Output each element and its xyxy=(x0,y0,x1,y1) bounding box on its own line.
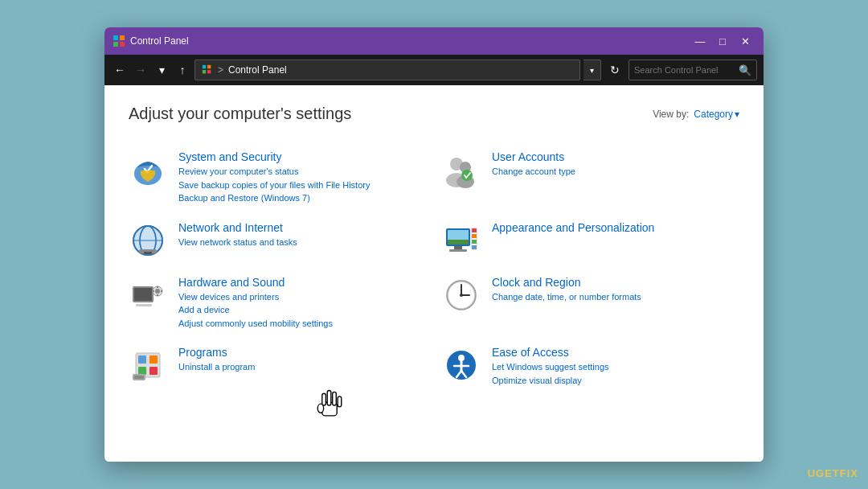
appearance-name[interactable]: Appearance and Personalization xyxy=(492,221,739,234)
svg-rect-5 xyxy=(207,65,211,68)
network-icon xyxy=(129,221,167,260)
back-button[interactable]: ← xyxy=(111,61,129,79)
svg-rect-2 xyxy=(113,42,118,47)
system-security-text: System and Security Review your computer… xyxy=(178,150,426,205)
svg-rect-1 xyxy=(120,35,125,40)
svg-rect-7 xyxy=(207,70,211,73)
close-button[interactable]: ✕ xyxy=(735,33,755,49)
user-accounts-link-1[interactable]: Change account type xyxy=(492,165,739,179)
window-icon xyxy=(113,35,125,47)
minimize-button[interactable]: — xyxy=(690,33,710,49)
svg-rect-21 xyxy=(144,252,152,254)
svg-rect-24 xyxy=(448,240,469,244)
user-accounts-icon xyxy=(442,150,481,189)
clock-link-1[interactable]: Change date, time, or number formats xyxy=(492,290,739,304)
user-accounts-text: User Accounts Change account type xyxy=(492,150,739,179)
hardware-icon xyxy=(129,276,167,314)
svg-rect-27 xyxy=(472,228,477,232)
search-input[interactable] xyxy=(634,65,735,75)
watermark-text2: FIX xyxy=(840,467,858,479)
svg-rect-51 xyxy=(149,367,158,375)
category-programs: Programs Uninstall a program xyxy=(129,338,426,395)
svg-rect-50 xyxy=(138,367,146,375)
watermark: UGETFIX xyxy=(808,467,858,479)
address-bar: ← → ▾ ↑ > Control Panel ▾ ↻ 🔍 xyxy=(104,55,764,85)
hardware-link-2[interactable]: Add a device xyxy=(178,303,426,317)
appearance-icon xyxy=(442,221,481,260)
ease-icon xyxy=(442,346,481,384)
svg-rect-0 xyxy=(113,35,118,40)
view-by-label: View by: xyxy=(653,109,689,120)
address-field: > Control Panel xyxy=(194,60,580,80)
content-header: Adjust your computer's settings View by:… xyxy=(129,105,739,123)
appearance-text: Appearance and Personalization xyxy=(492,221,739,236)
category-user-accounts: User Accounts Change account type xyxy=(442,142,739,213)
svg-rect-25 xyxy=(454,246,462,249)
network-name[interactable]: Network and Internet xyxy=(178,221,426,234)
title-bar: Control Panel — □ ✕ xyxy=(104,27,764,55)
hardware-name[interactable]: Hardware and Sound xyxy=(178,276,426,289)
system-security-link-1[interactable]: Review your computer's status xyxy=(178,165,426,179)
category-system-security: System and Security Review your computer… xyxy=(129,142,426,213)
svg-rect-28 xyxy=(472,234,477,238)
svg-rect-49 xyxy=(149,355,158,364)
svg-rect-40 xyxy=(136,304,152,306)
ease-text: Ease of Access Let Windows suggest setti… xyxy=(492,346,739,387)
category-network: Network and Internet View network status… xyxy=(129,213,426,268)
ease-link-1[interactable]: Let Windows suggest settings xyxy=(492,360,739,374)
search-icon[interactable]: 🔍 xyxy=(739,64,751,76)
user-accounts-name[interactable]: User Accounts xyxy=(492,150,739,163)
system-security-link-2[interactable]: Save backup copies of your files with Fi… xyxy=(178,179,426,192)
page-title: Adjust your computer's settings xyxy=(129,105,351,123)
svg-rect-48 xyxy=(138,355,146,364)
hardware-link-1[interactable]: View devices and printers xyxy=(178,290,426,304)
address-location: Control Panel xyxy=(228,64,287,76)
window-title: Control Panel xyxy=(130,35,690,47)
up-button[interactable]: ↑ xyxy=(174,61,191,79)
system-security-icon xyxy=(129,150,167,189)
address-separator: > xyxy=(218,64,223,76)
svg-rect-26 xyxy=(449,249,467,252)
svg-point-45 xyxy=(460,294,463,297)
location-icon xyxy=(202,64,213,76)
programs-text: Programs Uninstall a program xyxy=(178,346,426,374)
category-appearance: Appearance and Personalization xyxy=(442,213,739,268)
search-box: 🔍 xyxy=(628,60,757,80)
programs-icon xyxy=(129,346,167,384)
programs-link-1[interactable]: Uninstall a program xyxy=(178,360,426,374)
svg-rect-4 xyxy=(203,65,206,68)
network-link-1[interactable]: View network status and tasks xyxy=(178,236,426,249)
hardware-link-3[interactable]: Adjust commonly used mobility settings xyxy=(178,317,426,331)
ease-link-2[interactable]: Optimize visual display xyxy=(492,374,739,388)
control-panel-window: Control Panel — □ ✕ ← → ▾ ↑ > Control Pa… xyxy=(104,27,764,462)
system-security-link-3[interactable]: Backup and Restore (Windows 7) xyxy=(178,191,426,205)
view-by-dropdown[interactable]: Category ▾ xyxy=(694,109,739,120)
clock-name[interactable]: Clock and Region xyxy=(492,276,739,289)
recent-button[interactable]: ▾ xyxy=(153,61,170,79)
svg-rect-6 xyxy=(203,70,206,73)
maximize-button[interactable]: □ xyxy=(712,33,733,49)
view-by: View by: Category ▾ xyxy=(653,109,739,120)
clock-text: Clock and Region Change date, time, or n… xyxy=(492,276,739,304)
hardware-text: Hardware and Sound View devices and prin… xyxy=(178,276,426,331)
content-area: Adjust your computer's settings View by:… xyxy=(104,85,764,462)
svg-rect-33 xyxy=(134,288,152,301)
svg-rect-29 xyxy=(472,240,477,244)
forward-button[interactable]: → xyxy=(132,61,149,79)
categories-grid: System and Security Review your computer… xyxy=(129,142,739,395)
window-controls: — □ ✕ xyxy=(690,33,755,49)
svg-rect-30 xyxy=(472,245,477,249)
svg-rect-3 xyxy=(120,42,125,47)
svg-point-35 xyxy=(155,289,160,294)
programs-name[interactable]: Programs xyxy=(178,346,426,359)
network-text: Network and Internet View network status… xyxy=(178,221,426,249)
category-ease: Ease of Access Let Windows suggest setti… xyxy=(442,338,739,395)
clock-icon xyxy=(442,276,481,314)
category-hardware: Hardware and Sound View devices and prin… xyxy=(129,268,426,339)
category-clock: Clock and Region Change date, time, or n… xyxy=(442,268,739,339)
address-dropdown[interactable]: ▾ xyxy=(583,60,601,80)
refresh-button[interactable]: ↻ xyxy=(604,60,625,80)
ease-name[interactable]: Ease of Access xyxy=(492,346,739,359)
system-security-name[interactable]: System and Security xyxy=(178,150,426,163)
watermark-text1: UGET xyxy=(808,467,840,479)
